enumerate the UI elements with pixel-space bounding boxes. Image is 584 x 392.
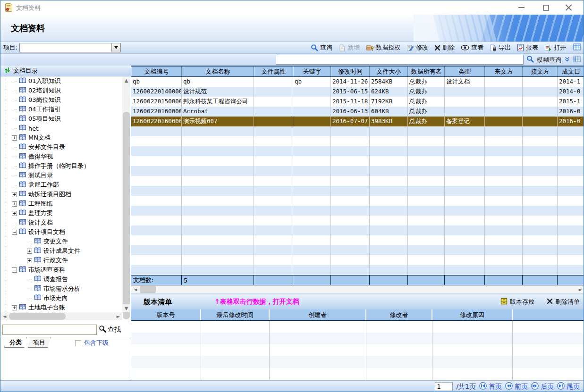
table-horizontal-scrollbar[interactable]: ◄ ►: [131, 285, 584, 294]
table-row[interactable]: [131, 245, 584, 255]
collapse-icon[interactable]: −: [12, 230, 17, 235]
tree-item[interactable]: het: [0, 124, 122, 133]
include-sub-checkbox-row[interactable]: 包含下级: [75, 339, 109, 347]
table-row[interactable]: [131, 196, 584, 206]
first-page-button[interactable]: 首页: [479, 382, 502, 391]
toolbar-button-export[interactable]: 导出: [490, 43, 511, 52]
column-header[interactable]: 修改时间: [331, 67, 370, 76]
project-combobox[interactable]: [19, 43, 121, 52]
tree-item[interactable]: 安邦文件目录: [0, 142, 122, 152]
last-page-button[interactable]: 尾页: [557, 382, 580, 391]
scroll-thumb[interactable]: [123, 112, 130, 319]
scroll-thumb[interactable]: [140, 286, 156, 293]
scroll-right-arrow[interactable]: ►: [576, 285, 584, 293]
tree-item[interactable]: +MN文档: [0, 133, 122, 142]
minimize-button[interactable]: [511, 0, 532, 15]
tree-find-input[interactable]: [2, 325, 97, 335]
table-row[interactable]: 126002201400000设计规范2015-06-15624KB总裁办201…: [131, 87, 584, 97]
table-row[interactable]: [131, 186, 584, 196]
tree-item[interactable]: 03岗位知识: [0, 95, 122, 105]
toolbar-button-search[interactable]: 查询: [311, 43, 332, 52]
search-icon[interactable]: [526, 55, 534, 64]
tree-item[interactable]: 市场需求分析: [0, 284, 122, 293]
table-row[interactable]: [131, 235, 584, 245]
next-page-button[interactable]: 后页: [531, 382, 554, 391]
table-row[interactable]: [131, 206, 584, 216]
table-row[interactable]: [131, 265, 584, 275]
expand-icon[interactable]: +: [27, 258, 32, 263]
column-header[interactable]: 文档编号: [131, 67, 182, 76]
tree-item[interactable]: 调查报告: [0, 275, 122, 284]
version-delete-button[interactable]: 删除清单: [547, 298, 580, 306]
close-button[interactable]: [558, 0, 579, 15]
toolbar-button-auth[interactable]: 数据授权: [366, 43, 400, 52]
tree-item[interactable]: +土地电子台账: [0, 303, 122, 312]
scroll-up-arrow[interactable]: ▲: [122, 76, 130, 84]
expand-icon[interactable]: +: [12, 135, 17, 141]
maximize-button[interactable]: [535, 0, 556, 15]
scroll-thumb[interactable]: [9, 313, 66, 320]
tree-item[interactable]: 操作手册（临时目录）: [0, 161, 122, 171]
table-row[interactable]: qbqbqb2014-11-262584KB总裁办设计文档2014-1: [131, 77, 584, 87]
tree-find-button[interactable]: 查找: [99, 325, 121, 334]
table-row[interactable]: [131, 216, 584, 225]
version-column-header[interactable]: 修改者: [366, 309, 432, 320]
expand-icon[interactable]: +: [12, 201, 17, 207]
grid-view-icon[interactable]: [573, 56, 581, 64]
version-column-header[interactable]: [513, 309, 584, 320]
version-table-row[interactable]: [131, 344, 584, 356]
grid-icon[interactable]: [573, 43, 581, 52]
column-header[interactable]: 关键字: [293, 67, 331, 76]
tree-item[interactable]: 04工作指引: [0, 105, 122, 114]
fuzzy-search-button[interactable]: 模糊查询: [537, 56, 561, 64]
tree-item[interactable]: +行政文件: [0, 256, 122, 265]
project-combobox-dropdown-button[interactable]: [111, 43, 120, 52]
version-table-row[interactable]: [131, 333, 584, 344]
column-header[interactable]: 成文日: [558, 67, 584, 76]
toolbar-button-view[interactable]: 查看: [461, 43, 483, 52]
column-header[interactable]: 类型: [445, 67, 485, 76]
version-table-row[interactable]: [131, 368, 584, 380]
tree-item[interactable]: −市场调查资料: [0, 265, 122, 275]
table-row[interactable]: [131, 176, 584, 186]
tree-item[interactable]: +监理方案: [0, 209, 122, 218]
tree-item[interactable]: 变更文件: [0, 237, 122, 246]
scroll-right-arrow[interactable]: ►: [114, 312, 122, 320]
table-row[interactable]: 126002201600000Acrobat2016-06-13604KB总裁办…: [131, 107, 584, 117]
tab-classification[interactable]: 分类: [4, 337, 27, 348]
table-row[interactable]: [131, 255, 584, 265]
table-row[interactable]: 126002201500000邦永科技某工程咨询公司2015-11-187192…: [131, 97, 584, 107]
version-table-row[interactable]: [131, 356, 584, 368]
tree-item[interactable]: 党群工作部: [0, 180, 122, 190]
version-store-button[interactable]: 版本存放: [500, 298, 534, 306]
column-header[interactable]: 文档名称: [182, 67, 254, 76]
tree-item[interactable]: 05项目知识: [0, 114, 122, 124]
version-column-header[interactable]: 修改原因: [432, 309, 513, 320]
refresh-icon[interactable]: [4, 67, 10, 75]
version-column-header[interactable]: 版本号: [131, 309, 201, 320]
table-row-selected[interactable]: 126002201600000演示视频0072016-07-073983KB总裁…: [131, 117, 584, 126]
sidebar-vertical-scrollbar[interactable]: ▲ ▼: [122, 76, 130, 312]
tree-item[interactable]: 市场走向: [0, 293, 122, 303]
toolbar-button-edit[interactable]: 修改: [406, 43, 428, 52]
tree-item[interactable]: 02培训知识: [0, 86, 122, 95]
tree-item[interactable]: +工程图纸: [0, 199, 122, 209]
tree-item[interactable]: +动拆迁项目图档: [0, 190, 122, 199]
table-row[interactable]: [131, 126, 584, 136]
column-header[interactable]: 数据所有者: [408, 67, 445, 76]
collapse-icon[interactable]: −: [12, 267, 17, 273]
page-number-input[interactable]: [435, 382, 453, 391]
fuzzy-search-input[interactable]: [276, 55, 524, 65]
toolbar-button-delete[interactable]: 删除: [434, 43, 455, 52]
tree-item[interactable]: 01入职知识: [0, 76, 122, 86]
tree-item[interactable]: 傲得华视: [0, 152, 122, 161]
version-column-header[interactable]: 最后修改时间: [201, 309, 270, 320]
table-row[interactable]: [131, 225, 584, 235]
column-header[interactable]: 来文方: [485, 67, 523, 76]
table-row[interactable]: [131, 156, 584, 166]
prev-page-button[interactable]: 前页: [505, 382, 528, 391]
expand-icon[interactable]: +: [27, 249, 32, 254]
scroll-down-arrow[interactable]: ▼: [122, 304, 130, 312]
scroll-left-arrow[interactable]: ◄: [131, 285, 139, 293]
table-row[interactable]: [131, 146, 584, 156]
